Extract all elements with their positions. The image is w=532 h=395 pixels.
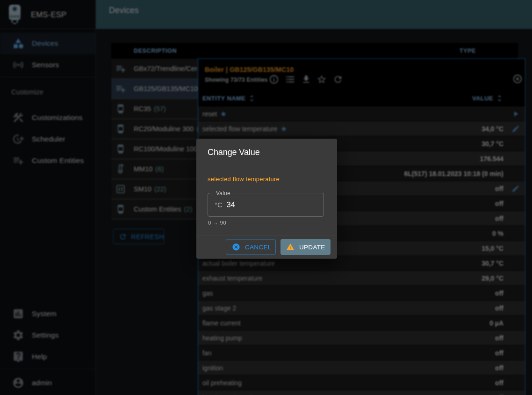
value-unit-adornment: °C — [215, 201, 223, 209]
change-value-dialog: Change Value selected flow temperature V… — [196, 139, 337, 259]
button-label: UPDATE — [299, 244, 325, 251]
cancel-icon — [232, 243, 240, 251]
value-field[interactable]: Value °C 34 — [208, 193, 324, 217]
warning-icon — [286, 243, 295, 251]
dialog-actions: CANCEL UPDATE — [226, 239, 331, 255]
dialog-entity-label: selected flow temperature — [208, 176, 280, 183]
divider — [196, 166, 337, 166]
divider — [196, 235, 337, 235]
value-input[interactable]: 34 — [227, 201, 235, 209]
button-label: CANCEL — [245, 244, 272, 251]
update-button[interactable]: UPDATE — [280, 239, 331, 255]
value-range-helper: 0 → 90 — [208, 220, 226, 226]
dialog-title: Change Value — [208, 148, 260, 157]
screen: Devices EMS-ESP Devices — [0, 0, 532, 395]
cancel-button[interactable]: CANCEL — [226, 239, 276, 255]
